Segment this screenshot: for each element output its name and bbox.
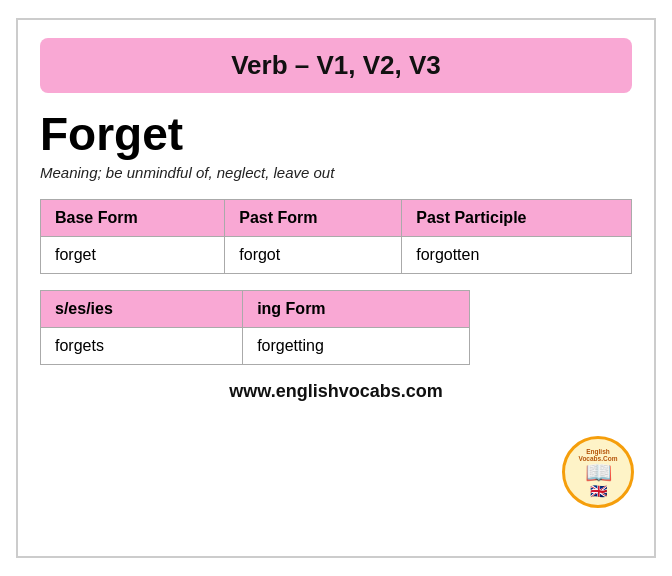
cell-past: forgot bbox=[225, 236, 402, 273]
col-past-participle: Past Participle bbox=[402, 199, 632, 236]
table2-wrapper: s/es/ies ing Form forgets forgetting bbox=[40, 290, 632, 365]
cell-ses: forgets bbox=[41, 327, 243, 364]
table1-wrapper: Base Form Past Form Past Participle forg… bbox=[40, 199, 632, 274]
footer-url: www.englishvocabs.com bbox=[40, 381, 632, 402]
verb-forms-table1: Base Form Past Form Past Participle forg… bbox=[40, 199, 632, 274]
table-row: forgets forgetting bbox=[41, 327, 470, 364]
title-banner: Verb – V1, V2, V3 bbox=[40, 38, 632, 93]
logo-circle: EnglishVocabs.Com 📖 🇬🇧 bbox=[562, 436, 634, 508]
table-row: forget forgot forgotten bbox=[41, 236, 632, 273]
book-icon: 📖 bbox=[585, 462, 612, 484]
card: Verb – V1, V2, V3 Forget Meaning; be unm… bbox=[16, 18, 656, 558]
col-past-form: Past Form bbox=[225, 199, 402, 236]
verb-forms-table2: s/es/ies ing Form forgets forgetting bbox=[40, 290, 470, 365]
flag-icon: 🇬🇧 bbox=[590, 484, 607, 498]
col-ses-ies: s/es/ies bbox=[41, 290, 243, 327]
word-title: Forget bbox=[40, 109, 632, 160]
col-ing-form: ing Form bbox=[243, 290, 470, 327]
banner-title: Verb – V1, V2, V3 bbox=[231, 50, 441, 80]
cell-base: forget bbox=[41, 236, 225, 273]
col-base-form: Base Form bbox=[41, 199, 225, 236]
word-meaning: Meaning; be unmindful of, neglect, leave… bbox=[40, 164, 632, 181]
cell-ing: forgetting bbox=[243, 327, 470, 364]
cell-participle: forgotten bbox=[402, 236, 632, 273]
logo-badge: EnglishVocabs.Com 📖 🇬🇧 bbox=[562, 436, 634, 508]
